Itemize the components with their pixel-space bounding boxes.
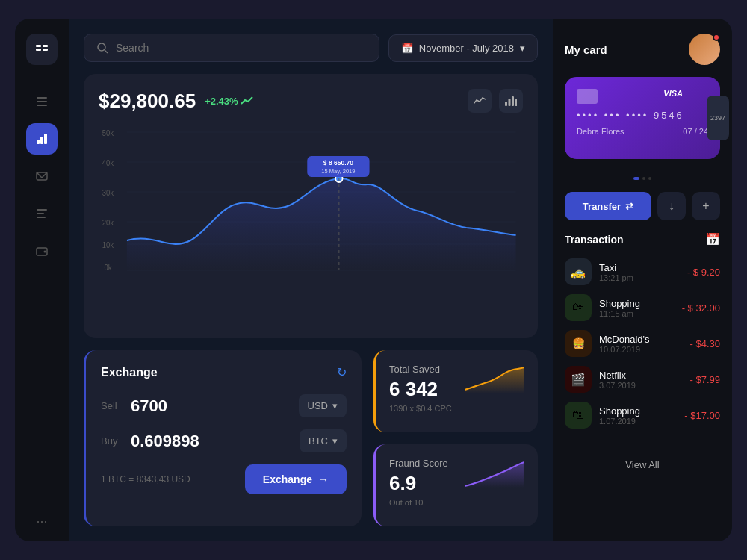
notification-dot <box>713 34 720 41</box>
chart-header: $29,800.65 +2.43% <box>99 89 523 113</box>
svg-rect-12 <box>37 213 44 214</box>
exchange-rate: 1 BTC = 8343,43 USD <box>101 474 190 485</box>
download-icon: ↓ <box>669 199 675 213</box>
card-dot-active[interactable] <box>633 177 639 180</box>
search-bar[interactable] <box>84 34 379 62</box>
total-saved-header: Total Saved 6 342 1390 x $0.4 CPC <box>389 364 524 413</box>
search-icon <box>96 42 108 54</box>
taxi-icon: 🚕 <box>565 258 592 285</box>
buy-currency-selector[interactable]: BTC ▾ <box>300 429 347 452</box>
list-item: 🎬 Netflix 3.07.2019 - $7.99 <box>565 366 720 393</box>
list-item: 🛍 Shopping 1.07.2019 - $17.00 <box>565 402 720 429</box>
download-button[interactable]: ↓ <box>657 192 686 220</box>
svg-rect-3 <box>43 49 48 51</box>
tx-time: 13:21 pm <box>599 273 680 282</box>
tx-amount: - $ 9.20 <box>687 267 720 278</box>
tx-time: 1.07.2019 <box>599 417 677 426</box>
card-dot-1[interactable] <box>642 177 645 180</box>
svg-rect-20 <box>512 96 514 106</box>
tx-info: McDonald's 10.07.2019 <box>599 334 683 354</box>
card-container: VISA •••• ••• •••• 9546 Debra Flores 07 … <box>565 77 720 159</box>
sidebar-item-transactions[interactable] <box>26 198 58 229</box>
chevron-icon: ▾ <box>332 400 338 411</box>
mini-card-number: 2397 <box>710 114 725 122</box>
exchange-button[interactable]: Exchange → <box>245 464 347 494</box>
view-all-button[interactable]: View All <box>565 453 720 470</box>
search-input[interactable] <box>116 42 367 54</box>
bottom-row: Exchange ↻ Sell 6700 USD ▾ Buy 0.609898 … <box>84 350 538 526</box>
add-button[interactable]: + <box>692 192 720 220</box>
sell-row: Sell 6700 USD ▾ <box>101 394 347 417</box>
card-brand: VISA <box>663 89 683 98</box>
svg-line-17 <box>105 50 108 53</box>
trend-up-icon <box>241 96 253 105</box>
user-avatar[interactable] <box>689 34 720 65</box>
svg-text:10k: 10k <box>102 241 114 249</box>
total-saved-chart <box>465 364 524 393</box>
tx-info: Shopping 1.07.2019 <box>599 405 677 426</box>
tx-time: 11:15 am <box>599 309 675 318</box>
sidebar-item-mail[interactable] <box>26 161 58 192</box>
calendar-icon[interactable]: 📅 <box>705 232 720 246</box>
exchange-title: Exchange <box>101 366 158 379</box>
svg-text:30k: 30k <box>102 189 114 197</box>
fraud-score-card: Fraund Score 6.9 Out of 10 <box>374 444 538 526</box>
card-footer: Debra Flores 07 / 24 <box>577 127 708 136</box>
tx-info: Shopping 11:15 am <box>599 298 675 318</box>
right-panel: My card VISA •••• ••• •••• 9546 Debra Fl… <box>553 19 732 541</box>
svg-rect-6 <box>37 105 47 106</box>
svg-rect-5 <box>37 101 47 102</box>
sidebar: ... <box>15 19 69 541</box>
tx-info: Taxi 13:21 pm <box>599 262 680 282</box>
sidebar-item-wallet[interactable] <box>26 235 58 267</box>
svg-text:0k: 0k <box>105 264 112 272</box>
list-item: 🚕 Taxi 13:21 pm - $ 9.20 <box>565 258 720 285</box>
bar-chart-button[interactable] <box>499 89 523 113</box>
svg-rect-18 <box>505 102 507 106</box>
sell-label: Sell <box>101 400 122 411</box>
tx-name: Shopping <box>599 298 675 309</box>
tx-amount: - $4.30 <box>690 338 720 349</box>
svg-rect-9 <box>44 134 47 144</box>
main-content: 📅 November - July 2018 ▾ $29,800.65 +2.4… <box>69 19 553 541</box>
my-card-title: My card <box>565 43 607 56</box>
calendar-icon: 📅 <box>401 43 413 54</box>
tx-name: Shopping <box>599 405 677 417</box>
tx-info: Netflix 3.07.2019 <box>599 370 683 390</box>
add-icon: + <box>702 199 709 213</box>
mini-card: 2397 <box>707 96 729 140</box>
chart-card: $29,800.65 +2.43% <box>84 74 538 338</box>
shopping-icon: 🛍 <box>565 294 592 321</box>
card-dot-2[interactable] <box>648 177 651 180</box>
tx-name: Netflix <box>599 370 683 381</box>
sidebar-more-dots[interactable]: ... <box>36 511 47 526</box>
netflix-icon: 🎬 <box>565 366 592 393</box>
sidebar-logo[interactable] <box>26 34 58 65</box>
sell-currency-selector[interactable]: USD ▾ <box>299 394 347 417</box>
tx-name: McDonald's <box>599 334 683 345</box>
chart-value-group: $29,800.65 +2.43% <box>99 90 253 113</box>
tx-time: 10.07.2019 <box>599 345 683 354</box>
svg-rect-4 <box>37 97 47 99</box>
refresh-icon[interactable]: ↻ <box>337 365 347 379</box>
svg-rect-19 <box>509 99 511 106</box>
date-picker[interactable]: 📅 November - July 2018 ▾ <box>388 34 538 62</box>
svg-point-16 <box>98 43 105 51</box>
svg-rect-13 <box>37 217 46 218</box>
card-number: •••• ••• •••• 9546 <box>577 110 708 121</box>
sidebar-item-analytics[interactable] <box>26 123 58 155</box>
tx-amount: - $ 32.00 <box>682 302 720 314</box>
divider <box>565 441 720 441</box>
svg-text:40k: 40k <box>102 159 114 167</box>
sidebar-item-menu[interactable] <box>26 86 58 117</box>
fraud-value: 6.9 <box>389 472 448 495</box>
chip-icon <box>577 89 598 104</box>
transaction-header: Transaction 📅 <box>565 232 720 246</box>
chart-change: +2.43% <box>205 96 252 107</box>
exchange-card: Exchange ↻ Sell 6700 USD ▾ Buy 0.609898 … <box>84 350 362 526</box>
line-chart-button[interactable] <box>468 89 492 113</box>
transfer-button[interactable]: Transfer ⇄ <box>565 192 651 220</box>
chevron-icon: ▾ <box>332 435 338 447</box>
svg-text:$ 8 650.70: $ 8 650.70 <box>323 159 353 167</box>
tx-amount: - $7.99 <box>690 374 720 385</box>
